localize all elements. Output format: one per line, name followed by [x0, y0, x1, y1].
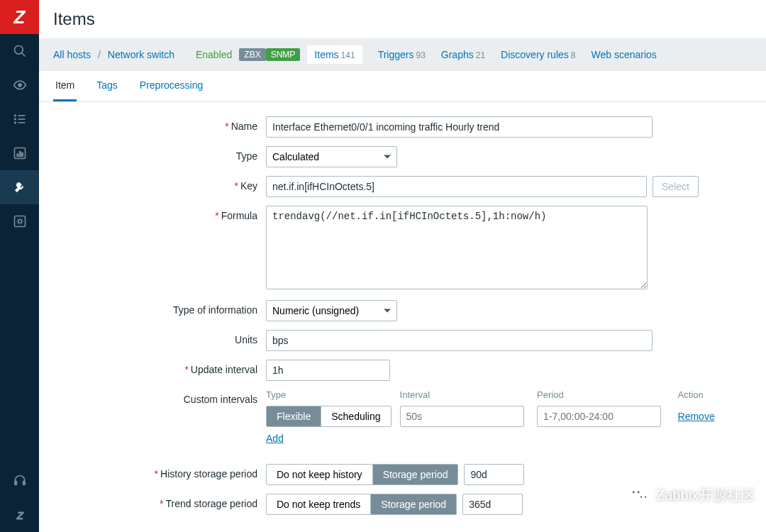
nav-eye-icon[interactable] — [0, 68, 39, 102]
tab-preprocessing[interactable]: Preprocessing — [138, 71, 206, 101]
page-title: Items — [39, 0, 766, 38]
label-name: *Name — [39, 116, 266, 132]
filter-bar: All hosts / Network switch Enabled ZBXSN… — [39, 38, 766, 71]
svg-rect-13 — [14, 216, 25, 227]
nav-support-icon[interactable] — [0, 464, 39, 498]
nav-web[interactable]: Web scenarios — [591, 49, 656, 60]
type-info-select[interactable]: Numeric (unsigned) — [266, 300, 397, 321]
history-yes-button[interactable]: Storage period — [372, 465, 458, 484]
ci-head-action: Action — [678, 389, 727, 400]
trend-no-button[interactable]: Do not keep trends — [267, 494, 370, 514]
key-select-button[interactable]: Select — [653, 176, 699, 197]
custom-intervals-table: Type Interval Period Action Flexible Sch… — [266, 389, 727, 444]
tag-snmp: SNMP — [266, 48, 301, 61]
sidebar: Z Z — [0, 0, 39, 532]
key-input[interactable] — [266, 176, 647, 197]
ci-head-period: Period — [537, 389, 677, 400]
ci-head-interval: Interval — [400, 389, 538, 400]
tag-zbx: ZBX — [239, 48, 265, 61]
item-form: *Name Type Calculated *Key Select *Formu… — [39, 102, 766, 532]
tab-item[interactable]: Item — [53, 71, 77, 101]
seg-flexible[interactable]: Flexible — [267, 406, 321, 426]
svg-text:Z: Z — [16, 509, 23, 521]
main-content: Items All hosts / Network switch Enabled… — [39, 0, 766, 532]
nav-graphs[interactable]: Graphs21 — [441, 49, 485, 60]
label-key: *Key — [39, 176, 266, 192]
svg-point-4 — [14, 118, 16, 121]
ci-row: Flexible Scheduling Remove — [266, 406, 727, 427]
svg-point-3 — [14, 115, 16, 117]
trend-yes-button[interactable]: Storage period — [370, 494, 456, 514]
ci-period-input[interactable] — [537, 406, 661, 427]
label-units: Units — [39, 330, 266, 345]
tabs: Item Tags Preprocessing — [39, 71, 766, 102]
seg-scheduling[interactable]: Scheduling — [321, 406, 390, 426]
crumb-host[interactable]: Network switch — [108, 49, 174, 60]
logo[interactable]: Z — [0, 0, 39, 34]
label-type: Type — [39, 146, 266, 162]
nav-gear-icon[interactable] — [0, 204, 39, 238]
units-input[interactable] — [266, 330, 653, 351]
trend-toggle: Do not keep trends Storage period — [266, 494, 457, 515]
ci-remove-link[interactable]: Remove — [678, 411, 715, 422]
svg-point-5 — [14, 122, 16, 124]
ci-interval-input[interactable] — [400, 406, 524, 427]
svg-point-0 — [14, 46, 23, 55]
nav-search-icon[interactable] — [0, 34, 39, 68]
formula-input[interactable]: trendavg(//net.if.in[ifHCInOctets.5],1h:… — [266, 206, 648, 289]
svg-rect-12 — [21, 153, 23, 157]
nav-items[interactable]: Items141 — [307, 45, 362, 64]
nav-triggers[interactable]: Triggers93 — [378, 49, 426, 60]
crumb-all-hosts[interactable]: All hosts — [53, 49, 91, 60]
type-select-wrap: Calculated — [266, 146, 397, 167]
svg-line-1 — [21, 53, 25, 57]
nav-chart-icon[interactable] — [0, 136, 39, 170]
ci-head-type: Type — [266, 389, 400, 400]
svg-rect-15 — [14, 481, 16, 485]
host-tags: ZBXSNMP — [239, 48, 300, 61]
svg-rect-10 — [16, 154, 18, 157]
trend-value-input[interactable] — [462, 494, 523, 515]
name-input[interactable] — [266, 116, 653, 138]
svg-rect-16 — [23, 481, 25, 485]
label-type-info: Type of information — [39, 300, 266, 316]
label-formula: *Formula — [39, 206, 266, 221]
tab-tags[interactable]: Tags — [94, 71, 120, 101]
nav-list-icon[interactable] — [0, 102, 39, 136]
ci-add-link[interactable]: Add — [266, 433, 284, 444]
svg-point-2 — [18, 84, 21, 87]
crumb-separator: / — [98, 49, 101, 60]
history-toggle: Do not keep history Storage period — [266, 464, 458, 485]
type-info-wrap: Numeric (unsigned) — [266, 300, 397, 321]
label-history: *History storage period — [39, 464, 266, 480]
update-interval-input[interactable] — [266, 360, 390, 381]
nav-z-icon[interactable]: Z — [0, 498, 39, 532]
label-custom: Custom intervals — [39, 389, 266, 405]
type-select[interactable]: Calculated — [266, 146, 397, 167]
label-update: *Update interval — [39, 360, 266, 375]
host-status: Enabled — [196, 49, 232, 60]
nav-wrench-icon[interactable] — [0, 170, 39, 204]
nav-discovery[interactable]: Discovery rules8 — [501, 49, 575, 60]
svg-point-14 — [18, 220, 21, 223]
svg-rect-11 — [19, 152, 21, 157]
history-no-button[interactable]: Do not keep history — [267, 465, 372, 484]
history-value-input[interactable] — [464, 464, 524, 485]
ci-type-toggle: Flexible Scheduling — [266, 406, 392, 427]
label-trend: *Trend storage period — [39, 494, 266, 509]
